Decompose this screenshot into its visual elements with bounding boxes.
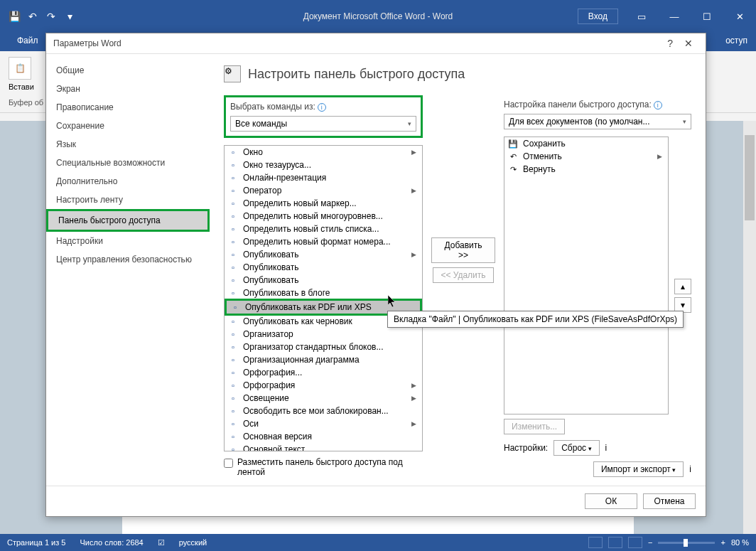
command-item[interactable]: ▫Опубликовать в блоге <box>225 287 422 299</box>
nav-item-язык[interactable]: Язык <box>46 135 210 154</box>
command-item[interactable]: ▫Определить новый маркер... <box>225 197 422 210</box>
read-mode-icon[interactable] <box>588 537 603 548</box>
modify-button[interactable]: Изменить... <box>504 419 565 434</box>
command-item[interactable]: ▫Окно тезауруса... <box>225 159 422 171</box>
nav-item-панель-быстрого-доступа[interactable]: Панель быстрого доступа <box>48 211 207 230</box>
print-layout-icon[interactable] <box>608 537 622 548</box>
word-count[interactable]: Число слов: 2684 <box>80 538 143 547</box>
nav-item-специальные-возможности[interactable]: Специальные возможности <box>46 154 210 172</box>
nav-item-правописание[interactable]: Правописание <box>46 98 210 117</box>
command-item[interactable]: ▫Основной текст <box>225 443 422 451</box>
qat-header-icon: ⚙ <box>224 65 241 82</box>
signin-button[interactable]: Вход <box>578 9 618 24</box>
customize-qat-label: Настройка панели быстрого доступа:i <box>504 100 691 109</box>
web-layout-icon[interactable] <box>628 537 642 548</box>
command-item[interactable]: ▫Оператор▶ <box>225 184 422 197</box>
command-label: Опубликовать как черновик <box>243 316 352 326</box>
language-status[interactable]: русский <box>179 538 207 547</box>
reorder-buttons: ▴ ▾ <box>674 279 691 414</box>
command-item[interactable]: ▫Освещение▶ <box>225 392 422 405</box>
nav-item-центр-управления-безопасностью[interactable]: Центр управления безопасностью <box>46 250 210 269</box>
customize-qat-combo[interactable]: Для всех документов (по умолчан... <box>504 114 691 129</box>
page-info[interactable]: Страница 1 из 5 <box>7 538 65 547</box>
command-label: Опубликовать <box>243 262 298 272</box>
command-item[interactable]: ▫Организационная диаграмма <box>225 353 422 366</box>
choose-commands-combo[interactable]: Все команды <box>230 116 416 132</box>
maximize-icon[interactable]: ☐ <box>691 6 723 27</box>
remove-button[interactable]: << Удалить <box>433 267 493 283</box>
command-label: Определить новый многоуровнев... <box>243 211 383 221</box>
qat-item-icon: ↷ <box>507 164 519 175</box>
content-heading: Настроить панель быстрого доступа <box>248 67 465 82</box>
add-button[interactable]: Добавить >> <box>431 237 495 263</box>
ok-button[interactable]: ОК <box>585 493 637 509</box>
submenu-arrow-icon: ▶ <box>411 149 419 156</box>
command-item[interactable]: ▫Основная версия <box>225 430 422 443</box>
command-item[interactable]: ▫Оси▶ <box>225 417 422 430</box>
move-up-button[interactable]: ▴ <box>674 279 691 294</box>
info-icon[interactable]: i <box>654 101 662 109</box>
command-item[interactable]: ▫Организатор <box>225 328 422 341</box>
qat-item[interactable]: ↶Отменить▶ <box>504 150 668 163</box>
nav-item-надстройки[interactable]: Надстройки <box>46 232 210 250</box>
dialog-close-icon[interactable]: ✕ <box>679 38 698 49</box>
paste-button[interactable]: 📋 <box>9 57 31 80</box>
zoom-slider[interactable] <box>658 542 715 544</box>
command-item[interactable]: ▫Определить новый формат номера... <box>225 235 422 248</box>
command-label: Определить новый стиль списка... <box>243 224 379 234</box>
vertical-scrollbar[interactable] <box>743 121 756 534</box>
qat-item-icon: 💾 <box>507 138 519 149</box>
info-icon[interactable]: i <box>605 443 608 453</box>
qat-redo-icon[interactable]: ↷ <box>43 8 60 25</box>
submenu-arrow-icon: ▶ <box>411 187 419 194</box>
command-label: Опубликовать <box>243 250 298 260</box>
command-item[interactable]: ▫Опубликовать▶ <box>225 248 422 261</box>
command-item[interactable]: ▫Организатор стандартных блоков... <box>225 341 422 353</box>
spellcheck-icon[interactable]: ☑ <box>158 538 165 547</box>
submenu-arrow-icon: ▶ <box>411 251 419 258</box>
nav-item-дополнительно[interactable]: Дополнительно <box>46 172 210 191</box>
command-icon: ▫ <box>227 262 239 273</box>
file-tab[interactable]: Файл <box>9 33 47 51</box>
ribbon-display-icon[interactable]: ▭ <box>625 6 658 27</box>
qat-undo-icon[interactable]: ↶ <box>24 8 41 25</box>
qat-customize-icon[interactable]: ▾ <box>61 8 78 25</box>
command-item[interactable]: ▫Окно▶ <box>225 146 422 159</box>
command-icon: ▫ <box>227 380 239 391</box>
nav-item-настроить-ленту[interactable]: Настроить ленту <box>46 191 210 209</box>
qat-item[interactable]: 💾Сохранить <box>504 137 668 150</box>
command-label: Основной текст <box>243 444 305 451</box>
info-icon[interactable]: i <box>318 103 326 112</box>
command-item[interactable]: ▫Освободить все мои заблокирован... <box>225 405 422 417</box>
command-item[interactable]: ▫Опубликовать <box>225 274 422 287</box>
close-icon[interactable]: ✕ <box>723 6 756 27</box>
command-item[interactable]: ▫Опубликовать <box>225 261 422 274</box>
show-below-ribbon-checkbox[interactable] <box>224 459 233 468</box>
command-label: Основная версия <box>243 432 312 442</box>
cancel-button[interactable]: Отмена <box>643 493 696 509</box>
import-export-button[interactable]: Импорт и экспорт <box>593 461 684 477</box>
qat-item[interactable]: ↷Вернуть <box>504 163 668 176</box>
zoom-out-icon[interactable]: − <box>648 538 652 547</box>
command-item[interactable]: ▫Определить новый многоуровнев... <box>225 210 422 223</box>
command-item[interactable]: ▫Орфография▶ <box>225 379 422 392</box>
command-item[interactable]: ▫Орфография... <box>225 366 422 379</box>
qat-save-icon[interactable]: 💾 <box>6 8 23 25</box>
info-icon[interactable]: i <box>689 464 691 474</box>
command-label: Определить новый формат номера... <box>243 237 391 247</box>
command-item[interactable]: ▫Онлайн-презентация <box>225 171 422 184</box>
nav-item-сохранение[interactable]: Сохранение <box>46 117 210 135</box>
nav-item-общие[interactable]: Общие <box>46 61 210 80</box>
minimize-icon[interactable]: — <box>658 6 691 27</box>
reset-button[interactable]: Сброс <box>554 440 599 456</box>
statusbar: Страница 1 из 5 Число слов: 2684 ☑ русск… <box>0 534 756 551</box>
zoom-level[interactable]: 80 % <box>731 538 749 547</box>
show-below-ribbon-label: Разместить панель быстрого доступа под л… <box>237 457 423 477</box>
commands-listbox[interactable]: ▫Окно▶▫Окно тезауруса...▫Онлайн-презента… <box>224 145 423 451</box>
zoom-in-icon[interactable]: + <box>720 538 725 547</box>
nav-item-экран[interactable]: Экран <box>46 80 210 98</box>
dialog-help-icon[interactable]: ? <box>662 38 679 49</box>
ribbon-right-text: оступ <box>717 33 756 51</box>
qat-listbox[interactable]: 💾Сохранить↶Отменить▶↷Вернуть <box>504 137 669 414</box>
command-item[interactable]: ▫Определить новый стиль списка... <box>225 223 422 235</box>
